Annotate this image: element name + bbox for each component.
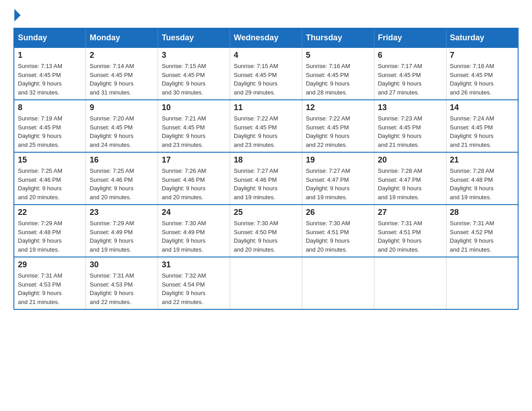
day-number: 19 <box>306 155 370 165</box>
calendar-cell: 6 Sunrise: 7:17 AM Sunset: 4:45 PM Dayli… <box>374 47 446 100</box>
daylight-minutes: and 20 minutes. <box>378 246 420 253</box>
calendar-cell <box>230 257 302 309</box>
sunrise-label: Sunrise: 7:30 AM <box>234 220 278 227</box>
daylight-minutes: and 22 minutes. <box>90 299 131 305</box>
calendar-cell: 16 Sunrise: 7:25 AM Sunset: 4:46 PM Dayl… <box>86 152 158 205</box>
calendar-header-thursday: Thursday <box>302 28 374 47</box>
sunset-label: Sunset: 4:45 PM <box>90 124 133 131</box>
daylight-minutes: and 19 minutes. <box>162 246 203 253</box>
daylight-minutes: and 21 minutes. <box>18 299 60 305</box>
calendar-cell: 15 Sunrise: 7:25 AM Sunset: 4:46 PM Dayl… <box>14 152 86 205</box>
sunset-label: Sunset: 4:45 PM <box>18 72 61 78</box>
sunset-label: Sunset: 4:48 PM <box>450 176 493 183</box>
daylight-label: Daylight: 9 hours <box>18 237 62 244</box>
sunrise-label: Sunrise: 7:15 AM <box>162 63 206 69</box>
sunrise-label: Sunrise: 7:30 AM <box>306 220 350 227</box>
sunset-label: Sunset: 4:45 PM <box>378 124 421 131</box>
sunset-label: Sunset: 4:48 PM <box>18 229 61 235</box>
day-info: Sunrise: 7:18 AM Sunset: 4:45 PM Dayligh… <box>450 62 514 97</box>
day-number: 2 <box>90 51 154 60</box>
daylight-label: Daylight: 9 hours <box>234 80 278 87</box>
logo-triangle-icon <box>14 9 21 21</box>
day-number: 4 <box>234 51 298 60</box>
day-info: Sunrise: 7:25 AM Sunset: 4:46 PM Dayligh… <box>18 167 82 201</box>
calendar-cell: 17 Sunrise: 7:26 AM Sunset: 4:46 PM Dayl… <box>158 152 230 205</box>
sunrise-label: Sunrise: 7:31 AM <box>378 220 422 227</box>
sunset-label: Sunset: 4:45 PM <box>450 124 493 131</box>
day-info: Sunrise: 7:31 AM Sunset: 4:51 PM Dayligh… <box>378 219 442 254</box>
day-info: Sunrise: 7:15 AM Sunset: 4:45 PM Dayligh… <box>162 62 226 97</box>
calendar-cell: 12 Sunrise: 7:22 AM Sunset: 4:45 PM Dayl… <box>302 100 374 152</box>
day-number: 9 <box>90 103 154 112</box>
sunset-label: Sunset: 4:45 PM <box>90 72 133 78</box>
day-info: Sunrise: 7:27 AM Sunset: 4:47 PM Dayligh… <box>306 167 370 201</box>
day-info: Sunrise: 7:26 AM Sunset: 4:46 PM Dayligh… <box>162 167 226 201</box>
daylight-minutes: and 25 minutes. <box>18 141 60 148</box>
day-info: Sunrise: 7:28 AM Sunset: 4:47 PM Dayligh… <box>378 167 442 201</box>
sunset-label: Sunset: 4:46 PM <box>162 176 205 183</box>
sunrise-label: Sunrise: 7:27 AM <box>306 167 350 174</box>
calendar-cell: 18 Sunrise: 7:27 AM Sunset: 4:46 PM Dayl… <box>230 152 302 205</box>
daylight-label: Daylight: 9 hours <box>234 133 278 139</box>
day-info: Sunrise: 7:31 AM Sunset: 4:53 PM Dayligh… <box>90 271 154 306</box>
sunrise-label: Sunrise: 7:18 AM <box>450 63 494 69</box>
calendar-cell: 28 Sunrise: 7:31 AM Sunset: 4:52 PM Dayl… <box>446 205 518 257</box>
calendar-cell: 23 Sunrise: 7:29 AM Sunset: 4:49 PM Dayl… <box>86 205 158 257</box>
daylight-label: Daylight: 9 hours <box>378 80 422 87</box>
day-info: Sunrise: 7:30 AM Sunset: 4:49 PM Dayligh… <box>162 219 226 254</box>
sunset-label: Sunset: 4:45 PM <box>234 72 277 78</box>
day-info: Sunrise: 7:13 AM Sunset: 4:45 PM Dayligh… <box>18 62 82 97</box>
daylight-minutes: and 26 minutes. <box>450 89 492 96</box>
day-number: 13 <box>378 103 442 112</box>
calendar-cell: 4 Sunrise: 7:15 AM Sunset: 4:45 PM Dayli… <box>230 47 302 100</box>
day-number: 17 <box>162 155 226 165</box>
day-number: 27 <box>378 208 442 217</box>
sunrise-label: Sunrise: 7:15 AM <box>234 63 278 69</box>
calendar-week-row: 29 Sunrise: 7:31 AM Sunset: 4:53 PM Dayl… <box>14 257 518 309</box>
sunset-label: Sunset: 4:46 PM <box>18 176 61 183</box>
day-info: Sunrise: 7:22 AM Sunset: 4:45 PM Dayligh… <box>306 114 370 149</box>
daylight-label: Daylight: 9 hours <box>18 290 62 296</box>
calendar-cell <box>374 257 446 309</box>
calendar-week-row: 1 Sunrise: 7:13 AM Sunset: 4:45 PM Dayli… <box>14 47 518 100</box>
daylight-label: Daylight: 9 hours <box>234 185 278 192</box>
calendar-cell: 24 Sunrise: 7:30 AM Sunset: 4:49 PM Dayl… <box>158 205 230 257</box>
sunrise-label: Sunrise: 7:29 AM <box>18 220 62 227</box>
daylight-minutes: and 19 minutes. <box>306 194 348 201</box>
daylight-label: Daylight: 9 hours <box>378 185 422 192</box>
daylight-minutes: and 21 minutes. <box>450 141 492 148</box>
day-number: 1 <box>18 51 82 60</box>
sunset-label: Sunset: 4:45 PM <box>162 124 205 131</box>
sunset-label: Sunset: 4:46 PM <box>90 176 133 183</box>
daylight-label: Daylight: 9 hours <box>234 237 278 244</box>
sunset-label: Sunset: 4:45 PM <box>162 72 205 78</box>
calendar-cell: 9 Sunrise: 7:20 AM Sunset: 4:45 PM Dayli… <box>86 100 158 152</box>
calendar-cell: 22 Sunrise: 7:29 AM Sunset: 4:48 PM Dayl… <box>14 205 86 257</box>
day-number: 12 <box>306 103 370 112</box>
calendar-cell: 7 Sunrise: 7:18 AM Sunset: 4:45 PM Dayli… <box>446 47 518 100</box>
daylight-minutes: and 19 minutes. <box>234 194 275 201</box>
sunrise-label: Sunrise: 7:22 AM <box>234 115 278 122</box>
daylight-label: Daylight: 9 hours <box>162 133 206 139</box>
sunrise-label: Sunrise: 7:23 AM <box>378 115 422 122</box>
day-number: 29 <box>18 260 82 270</box>
day-info: Sunrise: 7:25 AM Sunset: 4:46 PM Dayligh… <box>90 167 154 201</box>
calendar-week-row: 8 Sunrise: 7:19 AM Sunset: 4:45 PM Dayli… <box>14 100 518 152</box>
day-info: Sunrise: 7:21 AM Sunset: 4:45 PM Dayligh… <box>162 114 226 149</box>
calendar-cell: 26 Sunrise: 7:30 AM Sunset: 4:51 PM Dayl… <box>302 205 374 257</box>
day-number: 5 <box>306 51 370 60</box>
daylight-minutes: and 27 minutes. <box>378 89 420 96</box>
calendar-cell: 27 Sunrise: 7:31 AM Sunset: 4:51 PM Dayl… <box>374 205 446 257</box>
logo <box>13 9 21 20</box>
day-number: 16 <box>90 155 154 165</box>
day-info: Sunrise: 7:29 AM Sunset: 4:48 PM Dayligh… <box>18 219 82 254</box>
daylight-label: Daylight: 9 hours <box>18 133 62 139</box>
daylight-minutes: and 28 minutes. <box>306 89 348 96</box>
sunrise-label: Sunrise: 7:25 AM <box>18 167 62 174</box>
day-number: 10 <box>162 103 226 112</box>
daylight-minutes: and 22 minutes. <box>162 299 203 305</box>
calendar-cell: 11 Sunrise: 7:22 AM Sunset: 4:45 PM Dayl… <box>230 100 302 152</box>
daylight-label: Daylight: 9 hours <box>90 237 133 244</box>
sunset-label: Sunset: 4:52 PM <box>450 229 493 235</box>
sunset-label: Sunset: 4:50 PM <box>234 229 277 235</box>
